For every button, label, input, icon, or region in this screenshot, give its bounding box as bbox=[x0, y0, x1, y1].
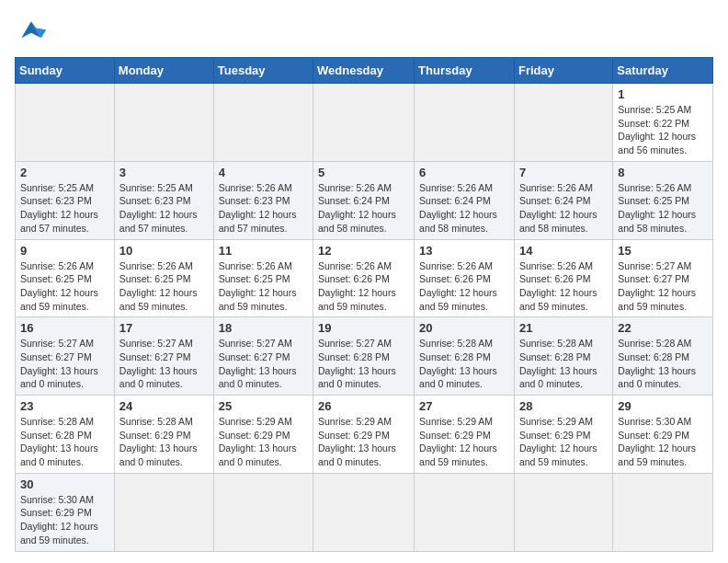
calendar-cell bbox=[313, 473, 415, 551]
day-number: 17 bbox=[119, 321, 209, 335]
day-info: Sunrise: 5:26 AM Sunset: 6:24 PM Dayligh… bbox=[519, 181, 608, 236]
day-info: Sunrise: 5:26 AM Sunset: 6:25 PM Dayligh… bbox=[119, 259, 209, 314]
calendar-cell bbox=[514, 84, 612, 162]
day-number: 8 bbox=[618, 166, 708, 179]
day-number: 21 bbox=[519, 321, 608, 335]
calendar-cell: 15Sunrise: 5:27 AM Sunset: 6:27 PM Dayli… bbox=[613, 239, 713, 317]
calendar-week-row: 30Sunrise: 5:30 AM Sunset: 6:29 PM Dayli… bbox=[16, 473, 713, 551]
day-info: Sunrise: 5:26 AM Sunset: 6:24 PM Dayligh… bbox=[419, 181, 509, 236]
calendar-cell bbox=[114, 473, 213, 551]
page-header bbox=[15, 15, 713, 48]
calendar-cell: 18Sunrise: 5:27 AM Sunset: 6:27 PM Dayli… bbox=[213, 317, 313, 396]
calendar-week-row: 2Sunrise: 5:25 AM Sunset: 6:23 PM Daylig… bbox=[16, 161, 713, 239]
calendar-cell: 21Sunrise: 5:28 AM Sunset: 6:28 PM Dayli… bbox=[514, 317, 612, 396]
day-number: 2 bbox=[20, 166, 109, 179]
calendar-cell: 17Sunrise: 5:27 AM Sunset: 6:27 PM Dayli… bbox=[114, 317, 213, 396]
day-info: Sunrise: 5:26 AM Sunset: 6:25 PM Dayligh… bbox=[618, 181, 708, 236]
day-number: 26 bbox=[318, 399, 409, 413]
calendar-cell bbox=[16, 84, 115, 162]
calendar-cell bbox=[415, 84, 515, 162]
day-info: Sunrise: 5:28 AM Sunset: 6:28 PM Dayligh… bbox=[618, 337, 708, 391]
day-info: Sunrise: 5:26 AM Sunset: 6:26 PM Dayligh… bbox=[419, 259, 509, 314]
day-number: 24 bbox=[119, 399, 209, 413]
day-info: Sunrise: 5:29 AM Sunset: 6:29 PM Dayligh… bbox=[419, 415, 509, 469]
logo-icon bbox=[15, 15, 48, 48]
day-number: 18 bbox=[219, 321, 308, 335]
day-number: 4 bbox=[219, 166, 308, 179]
calendar-cell: 16Sunrise: 5:27 AM Sunset: 6:27 PM Dayli… bbox=[16, 317, 115, 396]
day-number: 30 bbox=[20, 477, 109, 491]
day-number: 22 bbox=[618, 321, 708, 335]
day-info: Sunrise: 5:26 AM Sunset: 6:24 PM Dayligh… bbox=[318, 181, 409, 236]
calendar-cell: 9Sunrise: 5:26 AM Sunset: 6:25 PM Daylig… bbox=[16, 239, 115, 317]
day-number: 11 bbox=[219, 244, 308, 258]
day-number: 3 bbox=[119, 166, 209, 179]
calendar-cell: 24Sunrise: 5:28 AM Sunset: 6:29 PM Dayli… bbox=[114, 396, 213, 474]
calendar-table: SundayMondayTuesdayWednesdayThursdayFrid… bbox=[15, 57, 713, 552]
calendar-cell: 19Sunrise: 5:27 AM Sunset: 6:28 PM Dayli… bbox=[313, 317, 415, 396]
day-info: Sunrise: 5:25 AM Sunset: 6:23 PM Dayligh… bbox=[119, 181, 209, 236]
calendar-cell: 30Sunrise: 5:30 AM Sunset: 6:29 PM Dayli… bbox=[16, 473, 115, 551]
day-number: 5 bbox=[318, 166, 409, 179]
day-number: 7 bbox=[519, 166, 608, 179]
calendar-cell: 6Sunrise: 5:26 AM Sunset: 6:24 PM Daylig… bbox=[415, 161, 515, 239]
weekday-header: Saturday bbox=[613, 58, 713, 84]
day-number: 6 bbox=[419, 166, 509, 179]
calendar-cell: 5Sunrise: 5:26 AM Sunset: 6:24 PM Daylig… bbox=[313, 161, 415, 239]
day-info: Sunrise: 5:30 AM Sunset: 6:29 PM Dayligh… bbox=[20, 493, 109, 547]
calendar-cell bbox=[213, 473, 313, 551]
day-number: 16 bbox=[20, 321, 109, 335]
calendar-cell: 28Sunrise: 5:29 AM Sunset: 6:29 PM Dayli… bbox=[514, 396, 612, 474]
day-info: Sunrise: 5:26 AM Sunset: 6:26 PM Dayligh… bbox=[519, 259, 608, 314]
day-info: Sunrise: 5:26 AM Sunset: 6:26 PM Dayligh… bbox=[318, 259, 409, 314]
calendar-cell: 25Sunrise: 5:29 AM Sunset: 6:29 PM Dayli… bbox=[213, 396, 313, 474]
day-number: 13 bbox=[419, 244, 509, 258]
logo bbox=[15, 15, 51, 48]
calendar-cell: 12Sunrise: 5:26 AM Sunset: 6:26 PM Dayli… bbox=[313, 239, 415, 317]
calendar-cell bbox=[613, 473, 713, 551]
calendar-cell bbox=[114, 84, 213, 162]
calendar-cell: 4Sunrise: 5:26 AM Sunset: 6:23 PM Daylig… bbox=[213, 161, 313, 239]
day-number: 15 bbox=[618, 244, 708, 258]
day-info: Sunrise: 5:25 AM Sunset: 6:22 PM Dayligh… bbox=[618, 103, 708, 157]
day-number: 27 bbox=[419, 399, 509, 413]
day-info: Sunrise: 5:27 AM Sunset: 6:28 PM Dayligh… bbox=[318, 337, 409, 391]
calendar-cell: 27Sunrise: 5:29 AM Sunset: 6:29 PM Dayli… bbox=[415, 396, 515, 474]
day-info: Sunrise: 5:27 AM Sunset: 6:27 PM Dayligh… bbox=[20, 337, 109, 391]
calendar-week-row: 23Sunrise: 5:28 AM Sunset: 6:28 PM Dayli… bbox=[16, 396, 713, 474]
day-info: Sunrise: 5:29 AM Sunset: 6:29 PM Dayligh… bbox=[219, 415, 308, 469]
day-info: Sunrise: 5:28 AM Sunset: 6:28 PM Dayligh… bbox=[519, 337, 608, 391]
day-number: 20 bbox=[419, 321, 509, 335]
day-number: 1 bbox=[618, 87, 708, 101]
day-info: Sunrise: 5:25 AM Sunset: 6:23 PM Dayligh… bbox=[20, 181, 109, 236]
calendar-cell: 3Sunrise: 5:25 AM Sunset: 6:23 PM Daylig… bbox=[114, 161, 213, 239]
day-number: 9 bbox=[20, 244, 109, 258]
calendar-cell: 20Sunrise: 5:28 AM Sunset: 6:28 PM Dayli… bbox=[415, 317, 515, 396]
day-number: 29 bbox=[618, 399, 708, 413]
weekday-header-row: SundayMondayTuesdayWednesdayThursdayFrid… bbox=[16, 58, 713, 84]
calendar-cell: 13Sunrise: 5:26 AM Sunset: 6:26 PM Dayli… bbox=[415, 239, 515, 317]
weekday-header: Sunday bbox=[16, 58, 115, 84]
day-number: 19 bbox=[318, 321, 409, 335]
calendar-cell: 10Sunrise: 5:26 AM Sunset: 6:25 PM Dayli… bbox=[114, 239, 213, 317]
weekday-header: Friday bbox=[514, 58, 612, 84]
calendar-cell: 11Sunrise: 5:26 AM Sunset: 6:25 PM Dayli… bbox=[213, 239, 313, 317]
day-number: 12 bbox=[318, 244, 409, 258]
calendar-cell: 8Sunrise: 5:26 AM Sunset: 6:25 PM Daylig… bbox=[613, 161, 713, 239]
calendar-cell: 7Sunrise: 5:26 AM Sunset: 6:24 PM Daylig… bbox=[514, 161, 612, 239]
day-info: Sunrise: 5:26 AM Sunset: 6:23 PM Dayligh… bbox=[219, 181, 308, 236]
calendar-cell: 29Sunrise: 5:30 AM Sunset: 6:29 PM Dayli… bbox=[613, 396, 713, 474]
day-number: 25 bbox=[219, 399, 308, 413]
weekday-header: Tuesday bbox=[213, 58, 313, 84]
day-number: 14 bbox=[519, 244, 608, 258]
day-info: Sunrise: 5:30 AM Sunset: 6:29 PM Dayligh… bbox=[618, 415, 708, 469]
day-info: Sunrise: 5:28 AM Sunset: 6:28 PM Dayligh… bbox=[20, 415, 109, 469]
day-info: Sunrise: 5:26 AM Sunset: 6:25 PM Dayligh… bbox=[219, 259, 308, 314]
calendar-cell: 26Sunrise: 5:29 AM Sunset: 6:29 PM Dayli… bbox=[313, 396, 415, 474]
day-info: Sunrise: 5:28 AM Sunset: 6:28 PM Dayligh… bbox=[419, 337, 509, 391]
calendar-cell: 22Sunrise: 5:28 AM Sunset: 6:28 PM Dayli… bbox=[613, 317, 713, 396]
day-info: Sunrise: 5:27 AM Sunset: 6:27 PM Dayligh… bbox=[119, 337, 209, 391]
calendar-cell bbox=[213, 84, 313, 162]
weekday-header: Thursday bbox=[415, 58, 515, 84]
calendar-week-row: 16Sunrise: 5:27 AM Sunset: 6:27 PM Dayli… bbox=[16, 317, 713, 396]
